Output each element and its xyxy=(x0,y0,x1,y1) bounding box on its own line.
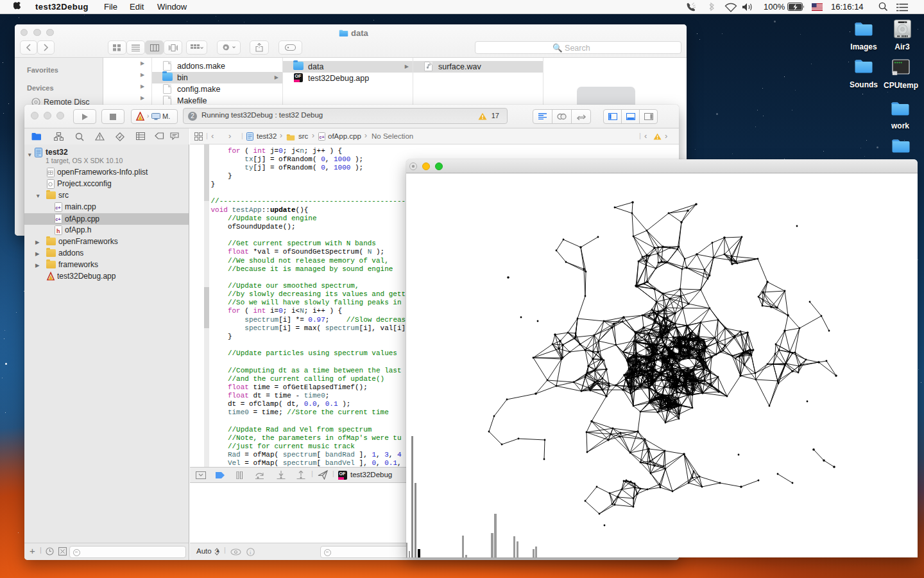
svg-text:h: h xyxy=(56,227,60,234)
svg-text:i: i xyxy=(250,550,252,556)
svg-text:c+: c+ xyxy=(55,216,61,222)
svg-text:c+: c+ xyxy=(320,135,325,139)
svg-text:c+: c+ xyxy=(55,205,61,211)
